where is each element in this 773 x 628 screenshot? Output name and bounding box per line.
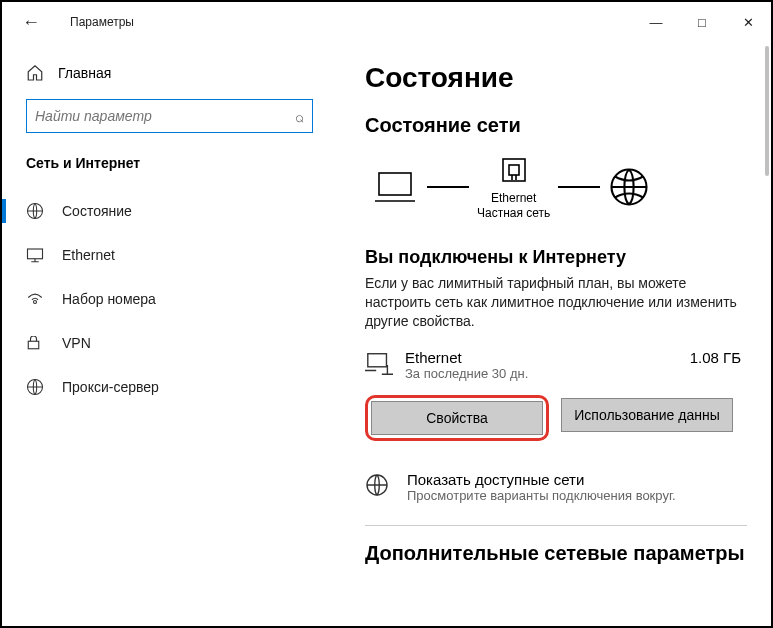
search-input[interactable] — [35, 108, 295, 124]
extra-params-heading: Дополнительные сетевые параметры — [365, 542, 761, 565]
svg-rect-9 — [368, 353, 387, 366]
divider — [365, 525, 747, 526]
search-box[interactable]: ⌕ — [26, 99, 313, 133]
sidebar-item-label: Состояние — [62, 203, 132, 219]
scrollbar[interactable] — [765, 46, 769, 176]
globe-icon — [26, 378, 44, 396]
available-networks-row[interactable]: Показать доступные сети Просмотрите вари… — [365, 471, 761, 503]
settings-window: ← Параметры — □ ✕ Главная ⌕ Сеть и Интер… — [0, 0, 773, 628]
button-row: Свойства Использование данны — [365, 395, 761, 441]
highlight-annotation: Свойства — [365, 395, 549, 441]
globe-icon — [365, 471, 391, 503]
sidebar-item-dialup[interactable]: Набор номера — [2, 277, 337, 321]
sidebar-item-label: Набор номера — [62, 291, 156, 307]
sidebar-item-proxy[interactable]: Прокси-сервер — [2, 365, 337, 409]
nav-list: Состояние Ethernet Набор номера — [2, 185, 337, 409]
sidebar-item-status[interactable]: Состояние — [2, 189, 337, 233]
available-networks-title: Показать доступные сети — [407, 471, 676, 488]
svg-rect-1 — [28, 249, 43, 259]
data-usage-button[interactable]: Использование данны — [561, 398, 733, 432]
sidebar-item-ethernet[interactable]: Ethernet — [2, 233, 337, 277]
titlebar: ← Параметры — □ ✕ — [2, 2, 771, 42]
globe-icon — [26, 202, 44, 220]
connection-period: За последние 30 дн. — [405, 366, 528, 381]
connection-name: Ethernet — [405, 349, 528, 366]
window-controls: — □ ✕ — [633, 6, 771, 38]
maximize-button[interactable]: □ — [679, 6, 725, 38]
minimize-button[interactable]: — — [633, 6, 679, 38]
window-title: Параметры — [70, 15, 134, 29]
connected-desc: Если у вас лимитный тарифный план, вы мо… — [365, 274, 745, 331]
diagram-adapter-label: Ethernet — [477, 191, 550, 206]
back-button[interactable]: ← — [22, 12, 50, 33]
home-link[interactable]: Главная — [2, 64, 337, 99]
available-networks-sub: Просмотрите варианты подключения вокруг. — [407, 488, 676, 503]
router-icon — [497, 153, 531, 187]
home-label: Главная — [58, 65, 111, 81]
monitor-icon — [26, 247, 44, 263]
ethernet-icon — [365, 349, 391, 377]
svg-rect-3 — [28, 341, 39, 349]
svg-point-2 — [34, 301, 37, 304]
connected-heading: Вы подключены к Интернету — [365, 247, 761, 268]
diagram-scope-label: Частная сеть — [477, 206, 550, 221]
close-button[interactable]: ✕ — [725, 6, 771, 38]
globe-icon — [608, 166, 650, 208]
svg-rect-6 — [503, 159, 525, 181]
diagram-connector — [427, 186, 469, 188]
properties-button[interactable]: Свойства — [371, 401, 543, 435]
laptop-icon — [371, 167, 419, 207]
sidebar-item-label: Ethernet — [62, 247, 115, 263]
network-status-heading: Состояние сети — [365, 114, 761, 137]
connection-usage: 1.08 ГБ — [690, 349, 761, 366]
sidebar-item-vpn[interactable]: VPN — [2, 321, 337, 365]
sidebar: Главная ⌕ Сеть и Интернет Состояние — [2, 42, 337, 626]
diagram-connector — [558, 186, 600, 188]
sidebar-item-label: Прокси-сервер — [62, 379, 159, 395]
network-diagram: Ethernet Частная сеть — [371, 153, 761, 221]
vpn-icon — [26, 336, 44, 351]
svg-rect-7 — [509, 165, 519, 175]
category-heading: Сеть и Интернет — [2, 155, 337, 185]
sidebar-item-label: VPN — [62, 335, 91, 351]
main-content: Состояние Состояние сети Ethernet Частна… — [337, 42, 771, 626]
connection-row: Ethernet За последние 30 дн. 1.08 ГБ — [365, 349, 761, 381]
dialup-icon — [26, 292, 44, 306]
page-title: Состояние — [365, 62, 761, 94]
svg-rect-5 — [379, 173, 411, 195]
search-icon: ⌕ — [295, 108, 304, 125]
body: Главная ⌕ Сеть и Интернет Состояние — [2, 42, 771, 626]
home-icon — [26, 64, 44, 81]
